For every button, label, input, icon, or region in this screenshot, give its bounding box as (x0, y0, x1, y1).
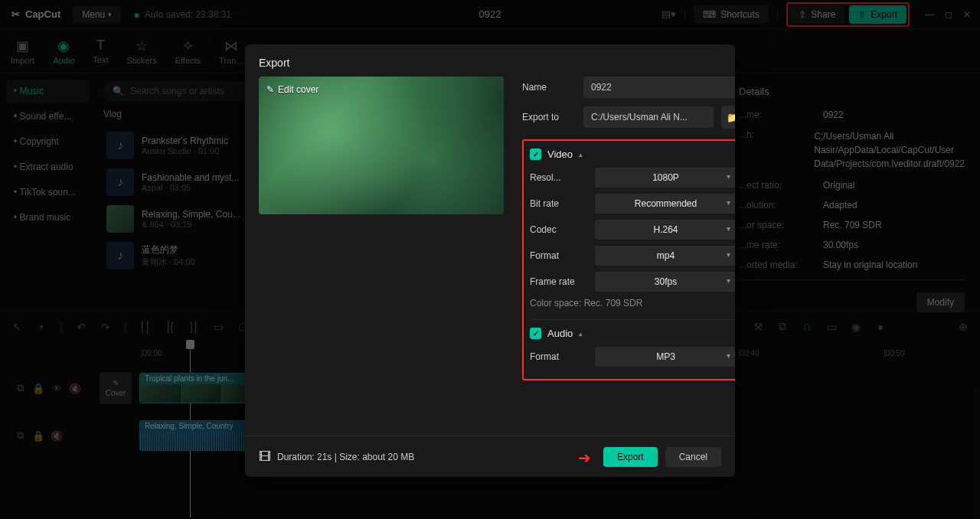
sidebar-sound-effects[interactable]: Sound effe... (6, 105, 90, 128)
layout-icon[interactable]: ▤▾ (662, 8, 676, 20)
trim-left-icon[interactable]: ⎮[ (163, 321, 175, 333)
export-top-button[interactable]: ⇧ Export (849, 5, 906, 24)
format-select[interactable]: mp4 (595, 246, 735, 266)
dialog-footer: 🎞 Duration: 21s | Size: about 20 MB ➔ Ex… (245, 436, 735, 477)
search-placeholder: Search songs or artists (130, 86, 224, 96)
record-icon[interactable]: ● (874, 321, 887, 333)
stickers-icon: ☆ (136, 38, 148, 54)
audio-section-header: ✓ Audio ▴ (530, 328, 735, 339)
codec-select[interactable]: H.264 (595, 220, 735, 240)
check-icon: ● (133, 8, 139, 21)
exportto-input[interactable] (583, 106, 714, 128)
app-logo: ✂ CapCut (9, 8, 60, 21)
sidebar-brand-music[interactable]: Brand music (6, 206, 90, 229)
link-icon[interactable]: ⧉ (14, 429, 26, 442)
tool-icon[interactable]: ⚒ (752, 321, 764, 333)
export-icon: ⇧ (858, 9, 866, 20)
caret-up-icon[interactable]: ▴ (579, 330, 583, 338)
eye-icon[interactable]: 👁 (51, 383, 63, 394)
capcut-logo-icon: ✂ (9, 8, 21, 21)
autosave-text: Auto saved: 23:38:31 (145, 9, 231, 20)
delete-icon[interactable]: ▭ (212, 321, 224, 333)
shortcuts-button[interactable]: ⌨ Shortcuts (694, 5, 769, 24)
edit-icon: ✎ (113, 379, 119, 387)
sidebar-copyright[interactable]: Copyright (6, 130, 90, 153)
tab-import[interactable]: ▣Import (11, 38, 34, 65)
browse-folder-button[interactable]: 📁 (721, 106, 735, 129)
sidebar-tiktok-sounds[interactable]: TikTok soun... (6, 181, 90, 204)
undo-icon[interactable]: ↶ (75, 321, 87, 333)
tab-stickers[interactable]: ☆Stickers (127, 38, 157, 65)
modify-button[interactable]: Modify (916, 292, 965, 312)
film-icon: 🎞 (259, 450, 271, 464)
mute-icon[interactable]: 🔇 (51, 430, 63, 442)
media-thumb-icon: ♪ (106, 168, 134, 196)
link-icon[interactable]: ⧉ (14, 382, 26, 394)
audio-sidebar: Music Sound effe... Copyright Extract au… (0, 73, 96, 311)
media-thumb-icon: ♪ (106, 132, 134, 159)
app-name: CapCut (25, 8, 60, 20)
sidebar-music[interactable]: Music (6, 80, 90, 103)
topbar: ✂ CapCut Menu ▾ ● Auto saved: 23:38:31 0… (0, 0, 980, 29)
chevron-down-icon[interactable]: ▾ (35, 323, 47, 331)
share-label: Share (811, 9, 835, 20)
colorspace-note: Color space: Rec. 709 SDR (530, 298, 735, 308)
tab-transitions[interactable]: ⋈Tran... (219, 38, 243, 65)
media-thumb-icon (106, 205, 134, 233)
name-label: Name (522, 82, 576, 93)
sidebar-extract-audio[interactable]: Extract audio (6, 155, 90, 178)
name-input[interactable] (583, 77, 735, 98)
mic-icon[interactable]: ◉ (850, 321, 862, 333)
link-icon[interactable]: ⧉ (776, 320, 789, 333)
export-dialog: Export ✎ Edit cover Name Export to 📁 (245, 44, 735, 477)
minimize-button[interactable]: — (925, 9, 934, 20)
import-icon: ▣ (16, 38, 29, 54)
cancel-button[interactable]: Cancel (665, 447, 721, 467)
effects-icon: ✧ (182, 38, 194, 54)
preview-icon[interactable]: ▭ (825, 321, 838, 333)
menu-button[interactable]: Menu ▾ (73, 6, 121, 23)
trim-right-icon[interactable]: ]⎮ (188, 321, 200, 333)
tab-text[interactable]: TText (93, 38, 108, 64)
window-controls: — ◻ ✕ (925, 9, 971, 20)
framerate-select[interactable]: 30fps (595, 272, 735, 292)
exportto-label: Export to (522, 112, 576, 122)
lock-icon[interactable]: 🔒 (32, 430, 44, 442)
maximize-button[interactable]: ◻ (945, 9, 952, 20)
video-checkbox[interactable]: ✓ (530, 149, 541, 160)
topbar-right: ▤▾ | ⌨ Shortcuts | ⇪ Share ⇧ Export — ◻ … (662, 2, 971, 27)
caret-up-icon[interactable]: ▴ (579, 151, 583, 158)
autosave-status: ● Auto saved: 23:38:31 (133, 8, 231, 21)
lock-icon[interactable]: 🔒 (32, 383, 44, 394)
menu-label: Menu (82, 9, 105, 20)
track-head: ⧉ 🔒 👁 🔇 ✎ Cover (11, 372, 132, 404)
tab-audio[interactable]: ◉Audio (53, 38, 74, 65)
edit-cover-button[interactable]: ✎ Edit cover (266, 84, 318, 95)
resolution-select[interactable]: 1080P (595, 168, 735, 188)
audio-format-select[interactable]: MP3 (595, 347, 735, 367)
export-button[interactable]: Export (603, 447, 658, 467)
cursor-icon[interactable]: ↖ (11, 321, 23, 333)
split-icon[interactable]: ⎮⎮ (139, 321, 151, 333)
keyboard-icon: ⌨ (703, 9, 716, 20)
magnet-icon[interactable]: ⎍ (801, 321, 813, 333)
audio-checkbox[interactable]: ✓ (530, 328, 541, 339)
share-export-highlight: ⇪ Share ⇧ Export (786, 2, 910, 27)
shortcuts-label: Shortcuts (720, 9, 760, 20)
tab-effects[interactable]: ✧Effects (175, 38, 201, 65)
share-button[interactable]: ⇪ Share (789, 5, 844, 24)
search-icon: 🔍 (113, 86, 124, 96)
close-button[interactable]: ✕ (963, 9, 971, 20)
details-title: Details (739, 86, 965, 97)
export-settings-highlight: ✓ Video ▴ Resol...1080P Bit rateRecommen… (522, 139, 735, 380)
bitrate-select[interactable]: Recommended (595, 194, 735, 214)
mute-icon[interactable]: 🔇 (69, 383, 81, 394)
text-icon: T (96, 38, 105, 54)
redo-icon[interactable]: ↷ (100, 321, 112, 333)
track-head: ⧉ 🔒 🔇 (11, 429, 132, 442)
zoom-add-icon[interactable]: ⊕ (957, 321, 969, 333)
export-top-label: Export (871, 9, 897, 20)
cover-preview: ✎ Edit cover (259, 77, 504, 214)
media-thumb-icon: ♪ (106, 242, 134, 269)
cover-button[interactable]: ✎ Cover (100, 372, 132, 404)
